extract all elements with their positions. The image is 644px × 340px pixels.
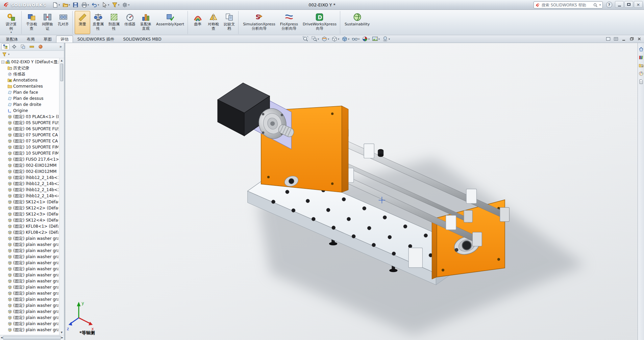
filter-icon[interactable] <box>2 52 7 57</box>
ribbon-button[interactable]: DriveWorksXpress 向导 ▾ <box>300 11 340 34</box>
ribbon-button[interactable]: 间隙验 证 ▾ <box>40 11 55 34</box>
tree-item[interactable]: (固定) 05 SUPORTE FUS <box>0 120 64 126</box>
taskpane-button[interactable] <box>638 79 644 85</box>
panel-tab[interactable] <box>19 43 27 50</box>
qat-button[interactable]: ▾ <box>121 1 130 8</box>
tree-item[interactable]: (固定) plain washer gra <box>0 272 64 278</box>
hud-button[interactable]: ▾ <box>381 36 391 42</box>
doc-window-button[interactable] <box>636 36 643 42</box>
tree-item[interactable]: Plan de face <box>0 89 64 95</box>
tree-vertical-scrollbar[interactable]: ▲ ▼ <box>59 58 64 335</box>
close-button[interactable]: × <box>634 1 643 8</box>
commandmanager-tab[interactable]: 评估 <box>56 36 73 43</box>
tree-item[interactable]: (固定) plain washer gra <box>0 284 64 290</box>
hud-button[interactable]: ▾ <box>361 36 370 42</box>
doc-window-button[interactable] <box>628 36 635 42</box>
tree-item[interactable]: (固定) plain washer gra <box>0 235 64 242</box>
tree-item[interactable]: (固定) SK12<1> (Défau <box>0 199 64 205</box>
ribbon-button[interactable]: 干涉检 查 ▾ <box>24 11 40 34</box>
qat-button[interactable]: ▾ <box>111 1 120 8</box>
hud-button[interactable]: ▾ <box>341 36 350 42</box>
tree-item[interactable]: (固定) FUSO 217,6<1> <box>0 156 64 162</box>
tree-item[interactable]: (固定) plain washer gra <box>0 309 64 315</box>
tree-item[interactable]: (固定) plain washer gra <box>0 278 64 284</box>
hud-button[interactable] <box>302 36 309 42</box>
tree-item[interactable]: (固定) lhbb12_2_14b<1 <box>0 175 64 181</box>
tree-item[interactable]: (固定) SK12<2> (Défau <box>0 205 64 211</box>
tree-item[interactable]: (固定) plain washer gra <box>0 266 64 272</box>
graphics-viewport[interactable]: y x z *等轴测 <box>65 43 638 340</box>
tree-item[interactable]: (固定) lhbb12_2_14b<3 <box>0 187 64 193</box>
taskpane-button[interactable] <box>638 71 644 76</box>
ribbon-button[interactable]: 质量属 性 ▾ <box>90 11 106 34</box>
minimize-button[interactable] <box>615 1 624 8</box>
tree-item[interactable]: (固定) 07 SUPORTE CA <box>0 132 64 138</box>
help-button[interactable]: ? <box>606 2 612 8</box>
hud-button[interactable]: ▾ <box>311 36 320 42</box>
tree-item[interactable]: Origine <box>0 108 64 114</box>
qat-button[interactable]: ▾ <box>80 1 90 8</box>
tree-item[interactable]: 历史记录 <box>0 65 64 71</box>
qat-button[interactable]: ▾ <box>51 1 61 8</box>
panel-tab[interactable] <box>1 43 9 50</box>
tree-item[interactable]: (固定) 06 SUPORTE FUS <box>0 126 64 132</box>
3d-model-view[interactable]: y x z <box>65 43 638 340</box>
ribbon-button[interactable]: FloXpress 分析向导 ▾ <box>278 11 300 34</box>
scrollbar-thumb[interactable] <box>60 64 63 81</box>
commandmanager-tab[interactable]: 装配体 <box>1 36 22 43</box>
tree-item[interactable]: (固定) plain washer gra <box>0 302 64 309</box>
ribbon-button[interactable]: 设计算 例 ▾ <box>2 11 22 34</box>
tree-item[interactable]: (固定) 07 SUPORTE CA <box>0 138 64 144</box>
taskpane-button[interactable] <box>638 46 644 52</box>
tree-item[interactable]: (固定) 03 PLACA<1> (D <box>0 114 64 120</box>
qat-button[interactable]: ▾ <box>91 1 100 8</box>
scrollbar-thumb[interactable] <box>3 336 60 340</box>
tree-item[interactable]: (固定) plain washer gra <box>0 296 64 302</box>
tree-item[interactable]: (固定) plain washer gra <box>0 315 64 321</box>
qat-button[interactable] <box>72 1 80 8</box>
tree-item[interactable]: Annotations <box>0 77 64 83</box>
panel-overflow-chevron[interactable]: » <box>59 44 63 49</box>
ribbon-button[interactable]: Sustainability ▾ <box>342 11 372 34</box>
ribbon-button[interactable]: 测量 ▾ <box>75 11 90 34</box>
tree-horizontal-scrollbar[interactable]: ◀ ▶ <box>0 335 64 340</box>
ribbon-button[interactable]: 装配体 直观 ▾ <box>138 11 154 34</box>
hud-button[interactable]: ▾ <box>351 36 360 42</box>
doc-window-button[interactable] <box>620 36 627 42</box>
qat-button[interactable]: ▾ <box>101 1 110 8</box>
search-icon[interactable] <box>593 3 598 7</box>
tree-item[interactable]: (固定) SK12<3> (Défau <box>0 211 64 217</box>
commandmanager-tab[interactable]: 草图 <box>39 36 56 43</box>
help-search-box[interactable]: ▾ <box>534 1 603 8</box>
tree-item[interactable]: (固定) 10 SUPORTE FIM <box>0 150 64 156</box>
tree-item[interactable]: Plan de droite <box>0 101 64 108</box>
scroll-down-icon[interactable]: ▼ <box>61 331 63 335</box>
hud-button[interactable]: ▾ <box>321 36 330 42</box>
panel-tab[interactable] <box>10 43 18 50</box>
commandmanager-tab[interactable]: SOLIDWORKS MBD <box>119 36 166 43</box>
ribbon-button[interactable]: 比较文 档 ▾ <box>221 11 239 34</box>
tree-item[interactable]: Commentaires <box>0 83 64 89</box>
tree-item[interactable]: (固定) KFL08<1> (Défa <box>0 223 64 229</box>
tree-item[interactable]: (固定) plain washer gra <box>0 254 64 260</box>
tree-item[interactable]: (固定) SK12<4> (Défau <box>0 217 64 223</box>
commandmanager-tab[interactable]: SOLIDWORKS 插件 <box>73 36 119 43</box>
doc-window-button[interactable] <box>605 36 612 42</box>
taskpane-button[interactable] <box>638 63 644 68</box>
tree-item[interactable]: (固定) plain washer gra <box>0 290 64 296</box>
tree-item[interactable]: (固定) 002-EIXO12MM <box>0 168 64 175</box>
tree-item[interactable]: 传感器 <box>0 71 64 77</box>
ribbon-button[interactable]: 剖面属 性 ▾ <box>106 11 122 34</box>
ribbon-button[interactable]: 对称检 查 ▾ <box>205 11 221 34</box>
tree-item[interactable]: (固定) KFL08<2> (Défa <box>0 229 64 235</box>
search-input[interactable] <box>542 3 592 7</box>
ribbon-button[interactable]: AssemblyXpert ▾ <box>154 11 188 34</box>
taskpane-button[interactable] <box>638 54 644 60</box>
tree-item[interactable]: (固定) plain washer gra <box>0 260 64 266</box>
ribbon-button[interactable]: 曲率 ▾ <box>190 11 205 34</box>
tree-item[interactable]: (固定) 002-EIXO12MM <box>0 162 64 168</box>
tree-item[interactable]: (固定) plain washer gra <box>0 321 64 327</box>
panel-tab[interactable] <box>36 43 45 50</box>
tree-item[interactable]: (固定) 10 SUPORTE FIM <box>0 144 64 150</box>
scroll-left-icon[interactable]: ◀ <box>1 336 2 340</box>
